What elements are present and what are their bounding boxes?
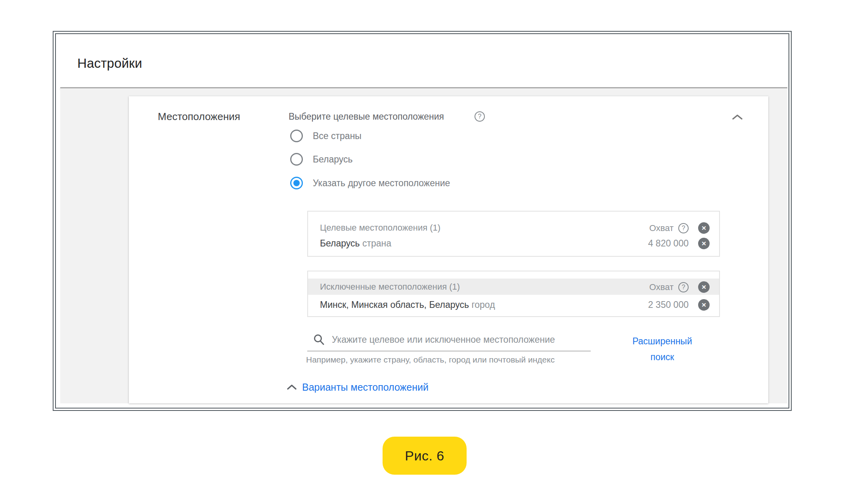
settings-window: Настройки Местоположения Выберите целевы… — [55, 33, 789, 409]
location-search-field[interactable] — [307, 328, 591, 351]
radio-belarus[interactable] — [290, 153, 303, 166]
reach-column-label: Охват — [649, 282, 674, 292]
close-icon[interactable]: ✕ — [698, 238, 710, 249]
radio-other-location-label[interactable]: Указать другое местоположение — [313, 178, 450, 189]
reach-column-label: Охват — [649, 223, 674, 233]
location-options-toggle[interactable]: Варианты местоположений — [287, 381, 429, 393]
radio-other-location[interactable] — [290, 177, 303, 189]
reach-value: 2 350 000 — [648, 300, 689, 310]
location-name: Минск, Минская область, Беларусь — [320, 300, 469, 310]
reach-value: 4 820 000 — [648, 238, 689, 249]
excluded-location-row-right: 2 350 000 ✕ — [648, 299, 710, 311]
target-locations-table: Целевые местоположения (1) Охват ? ✕ Бел… — [307, 211, 720, 257]
page-title: Настройки — [77, 55, 142, 72]
help-icon[interactable]: ? — [475, 111, 485, 122]
location-options-link-label: Варианты местоположений — [302, 382, 429, 393]
help-icon[interactable]: ? — [678, 223, 689, 233]
excluded-location-row: Минск, Минская область, Беларусь город — [320, 300, 495, 310]
figure-caption-label: Рис. 6 — [405, 448, 444, 464]
close-icon[interactable]: ✕ — [698, 299, 710, 311]
help-icon[interactable]: ? — [678, 282, 689, 292]
close-icon[interactable]: ✕ — [698, 281, 710, 293]
close-icon[interactable]: ✕ — [698, 222, 710, 234]
target-location-row: Беларусь страна — [320, 238, 391, 249]
target-location-row-right: 4 820 000 ✕ — [648, 238, 710, 249]
search-icon — [313, 334, 325, 346]
target-table-header: Целевые местоположения (1) — [320, 223, 440, 233]
location-type: город — [471, 300, 495, 310]
figure-caption-badge: Рис. 6 — [383, 437, 467, 475]
search-hint: Например, укажите страну, область, город… — [306, 355, 555, 365]
locations-card: Местоположения Выберите целевые местопол… — [129, 96, 768, 403]
excluded-table-header: Исключенные местоположения (1) — [320, 282, 460, 292]
target-table-header-right: Охват ? ✕ — [649, 222, 710, 234]
figure-canvas: Настройки Местоположения Выберите целевы… — [0, 0, 846, 504]
chevron-up-icon — [287, 384, 297, 390]
location-type: страна — [362, 238, 391, 248]
excluded-locations-table: Исключенные местоположения (1) Охват ? ✕… — [307, 271, 720, 317]
radio-belarus-label[interactable]: Беларусь — [313, 154, 353, 165]
content-panel: Местоположения Выберите целевые местопол… — [60, 88, 787, 403]
target-locations-prompt: Выберите целевые местоположения — [289, 111, 444, 122]
figure-frame: Настройки Местоположения Выберите целевы… — [53, 31, 792, 411]
search-input[interactable] — [332, 334, 591, 345]
advanced-search-link[interactable]: Расширенный поиск — [626, 333, 699, 365]
section-label-locations: Местоположения — [158, 111, 240, 122]
excluded-table-header-right: Охват ? ✕ — [649, 281, 710, 293]
radio-all-countries[interactable] — [290, 130, 303, 142]
location-name: Беларусь — [320, 238, 360, 248]
chevron-up-icon[interactable] — [732, 114, 743, 120]
radio-all-countries-label[interactable]: Все страны — [313, 130, 362, 141]
